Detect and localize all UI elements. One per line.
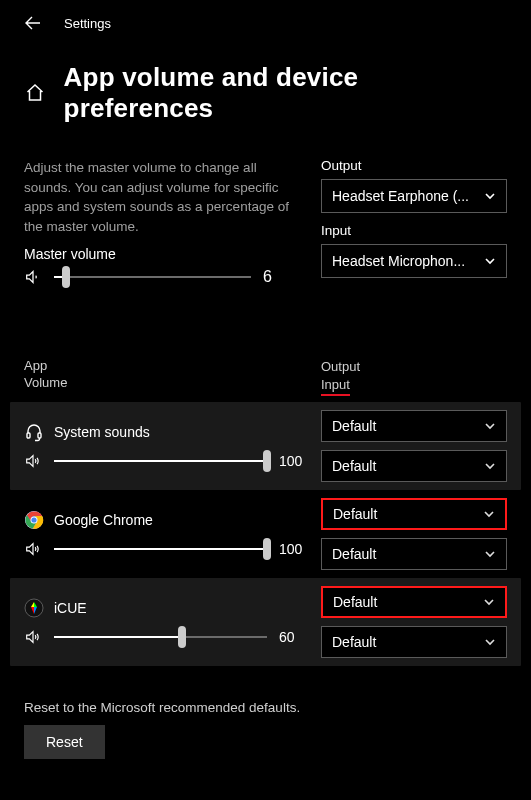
app-row: Google Chrome100DefaultDefault	[24, 490, 507, 578]
svg-point-5	[31, 518, 36, 523]
app-output-value: Default	[333, 506, 377, 522]
home-button[interactable]	[24, 82, 46, 104]
app-input-value: Default	[332, 458, 376, 474]
app-input-value: Default	[332, 546, 376, 562]
chevron-down-icon	[484, 636, 496, 648]
app-volume-value: 100	[279, 541, 309, 557]
app-input-dropdown[interactable]: Default	[321, 450, 507, 482]
app-row: iCUE60DefaultDefault	[10, 578, 521, 666]
app-volume-value: 60	[279, 629, 309, 645]
chevron-down-icon	[484, 548, 496, 560]
output-device-value: Headset Earphone (...	[332, 188, 469, 204]
app-output-dropdown[interactable]: Default	[321, 410, 507, 442]
header-input: Input	[321, 376, 350, 397]
reset-button[interactable]: Reset	[24, 725, 105, 759]
speaker-icon[interactable]	[24, 452, 42, 470]
master-volume-value: 6	[263, 268, 293, 286]
app-output-dropdown[interactable]: Default	[321, 586, 507, 618]
master-volume-label: Master volume	[24, 246, 293, 262]
app-title: Settings	[64, 16, 111, 31]
app-input-dropdown[interactable]: Default	[321, 538, 507, 570]
app-table-header: App Volume Output Input	[24, 358, 507, 396]
home-icon	[25, 83, 45, 103]
chevron-down-icon	[484, 460, 496, 472]
app-name: System sounds	[54, 424, 150, 440]
speaker-icon[interactable]	[24, 628, 42, 646]
app-name: iCUE	[54, 600, 87, 616]
page-header: App volume and device preferences	[24, 62, 507, 124]
input-device-value: Headset Microphon...	[332, 253, 465, 269]
app-output-dropdown[interactable]: Default	[321, 498, 507, 530]
app-volume-slider[interactable]	[54, 548, 267, 550]
svg-rect-0	[27, 433, 30, 438]
header-volume: Volume	[24, 375, 67, 390]
app-row: System sounds100DefaultDefault	[10, 402, 521, 490]
chevron-down-icon	[484, 255, 496, 267]
input-label: Input	[321, 223, 507, 238]
output-device-dropdown[interactable]: Headset Earphone (...	[321, 179, 507, 213]
master-volume-control: 6	[24, 268, 293, 286]
chevron-down-icon	[484, 420, 496, 432]
speaker-icon[interactable]	[24, 540, 42, 558]
app-output-value: Default	[333, 594, 377, 610]
input-device-dropdown[interactable]: Headset Microphon...	[321, 244, 507, 278]
app-input-dropdown[interactable]: Default	[321, 626, 507, 658]
page-title: App volume and device preferences	[64, 62, 507, 124]
back-button[interactable]	[24, 14, 42, 32]
page-description: Adjust the master volume to change all s…	[24, 158, 293, 236]
header-output: Output	[321, 359, 360, 374]
reset-description: Reset to the Microsoft recommended defau…	[24, 700, 507, 715]
chevron-down-icon	[484, 190, 496, 202]
chevron-down-icon	[483, 596, 495, 608]
app-output-value: Default	[332, 418, 376, 434]
app-volume-value: 100	[279, 453, 309, 469]
svg-rect-1	[38, 433, 41, 438]
master-volume-slider[interactable]	[54, 276, 251, 278]
back-arrow-icon	[25, 15, 41, 31]
output-label: Output	[321, 158, 507, 173]
speaker-icon[interactable]	[24, 268, 42, 286]
app-name: Google Chrome	[54, 512, 153, 528]
app-icon	[24, 422, 44, 442]
app-input-value: Default	[332, 634, 376, 650]
title-bar: Settings	[24, 0, 507, 40]
app-volume-slider[interactable]	[54, 636, 267, 638]
app-icon	[24, 510, 44, 530]
header-app: App	[24, 358, 47, 373]
chevron-down-icon	[483, 508, 495, 520]
app-volume-slider[interactable]	[54, 460, 267, 462]
app-icon	[24, 598, 44, 618]
